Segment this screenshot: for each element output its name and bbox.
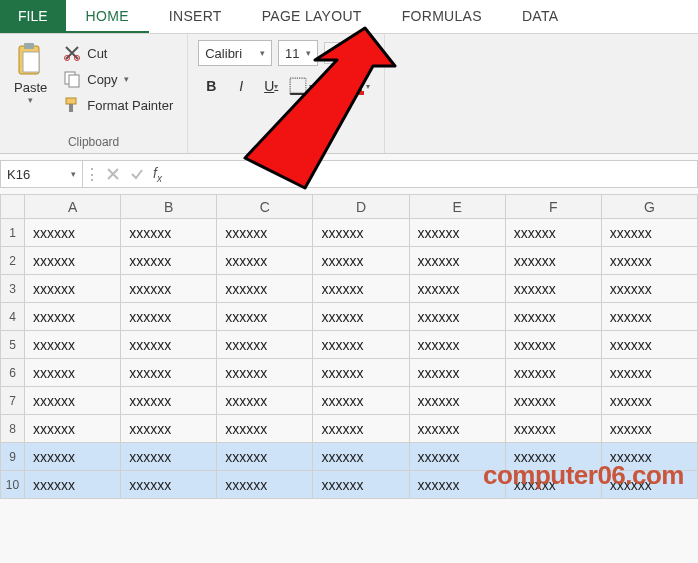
cell[interactable]: xxxxxx: [25, 359, 121, 387]
row-header[interactable]: 6: [1, 359, 25, 387]
border-button[interactable]: ▾: [288, 74, 314, 98]
select-all-corner[interactable]: [1, 195, 25, 219]
format-painter-button[interactable]: Format Painter: [59, 94, 177, 116]
cell[interactable]: xxxxxx: [409, 443, 505, 471]
cell[interactable]: xxxxxx: [409, 387, 505, 415]
column-header[interactable]: B: [121, 195, 217, 219]
shrink-font-button[interactable]: A▾: [352, 42, 374, 64]
file-tab[interactable]: FILE: [0, 0, 66, 33]
column-header[interactable]: A: [25, 195, 121, 219]
cell[interactable]: xxxxxx: [409, 471, 505, 499]
cell[interactable]: xxxxxx: [313, 415, 409, 443]
enter-formula-button[interactable]: [125, 161, 149, 187]
cell[interactable]: xxxxxx: [313, 359, 409, 387]
fx-button[interactable]: fx: [149, 165, 166, 184]
paste-button[interactable]: Paste ▾: [10, 40, 51, 116]
fill-color-button[interactable]: ▾: [318, 74, 344, 98]
cell[interactable]: xxxxxx: [313, 219, 409, 247]
cell[interactable]: xxxxxx: [313, 443, 409, 471]
cell[interactable]: xxxxxx: [505, 471, 601, 499]
column-header[interactable]: C: [217, 195, 313, 219]
cell[interactable]: xxxxxx: [601, 247, 697, 275]
cell[interactable]: xxxxxx: [217, 275, 313, 303]
cell[interactable]: xxxxxx: [409, 415, 505, 443]
cell[interactable]: xxxxxx: [217, 247, 313, 275]
cell[interactable]: xxxxxx: [505, 303, 601, 331]
column-header[interactable]: G: [601, 195, 697, 219]
grow-font-button[interactable]: A▴: [324, 42, 346, 64]
cell[interactable]: xxxxxx: [313, 275, 409, 303]
row-header[interactable]: 9: [1, 443, 25, 471]
cell[interactable]: xxxxxx: [121, 387, 217, 415]
cell[interactable]: xxxxxx: [601, 275, 697, 303]
cell[interactable]: xxxxxx: [313, 303, 409, 331]
row-header[interactable]: 4: [1, 303, 25, 331]
cell[interactable]: xxxxxx: [409, 219, 505, 247]
cell[interactable]: xxxxxx: [601, 387, 697, 415]
tab-home[interactable]: HOME: [66, 0, 149, 33]
cell[interactable]: xxxxxx: [217, 387, 313, 415]
cell[interactable]: xxxxxx: [121, 471, 217, 499]
column-header[interactable]: D: [313, 195, 409, 219]
cell[interactable]: xxxxxx: [505, 247, 601, 275]
cell[interactable]: xxxxxx: [25, 247, 121, 275]
cell[interactable]: xxxxxx: [601, 415, 697, 443]
cell[interactable]: xxxxxx: [217, 443, 313, 471]
row-header[interactable]: 1: [1, 219, 25, 247]
copy-button[interactable]: Copy ▾: [59, 68, 177, 90]
cell[interactable]: xxxxxx: [409, 359, 505, 387]
cell[interactable]: xxxxxx: [25, 471, 121, 499]
cell[interactable]: xxxxxx: [601, 303, 697, 331]
cell[interactable]: xxxxxx: [505, 415, 601, 443]
cancel-formula-button[interactable]: [101, 161, 125, 187]
cell[interactable]: xxxxxx: [601, 443, 697, 471]
row-header[interactable]: 2: [1, 247, 25, 275]
cell[interactable]: xxxxxx: [409, 331, 505, 359]
tab-page-layout[interactable]: PAGE LAYOUT: [242, 0, 382, 33]
tab-data[interactable]: DATA: [502, 0, 578, 33]
row-header[interactable]: 10: [1, 471, 25, 499]
name-box[interactable]: K16 ▾: [1, 161, 83, 187]
row-header[interactable]: 5: [1, 331, 25, 359]
cell[interactable]: xxxxxx: [25, 443, 121, 471]
cell[interactable]: xxxxxx: [601, 219, 697, 247]
cell[interactable]: xxxxxx: [25, 219, 121, 247]
cell[interactable]: xxxxxx: [601, 331, 697, 359]
cell[interactable]: xxxxxx: [601, 359, 697, 387]
column-header[interactable]: F: [505, 195, 601, 219]
cell[interactable]: xxxxxx: [505, 443, 601, 471]
cut-button[interactable]: Cut: [59, 42, 177, 64]
underline-button[interactable]: U ▾: [258, 74, 284, 98]
cell[interactable]: xxxxxx: [121, 303, 217, 331]
cell[interactable]: xxxxxx: [217, 471, 313, 499]
cell[interactable]: xxxxxx: [25, 275, 121, 303]
cell[interactable]: xxxxxx: [601, 471, 697, 499]
cell[interactable]: xxxxxx: [505, 359, 601, 387]
cell[interactable]: xxxxxx: [409, 247, 505, 275]
font-color-button[interactable]: A▾: [348, 74, 374, 98]
cell[interactable]: xxxxxx: [217, 359, 313, 387]
font-size-combo[interactable]: 11 ▾: [278, 40, 317, 66]
cell[interactable]: xxxxxx: [121, 415, 217, 443]
row-header[interactable]: 3: [1, 275, 25, 303]
cell[interactable]: xxxxxx: [217, 303, 313, 331]
cell[interactable]: xxxxxx: [25, 387, 121, 415]
cell[interactable]: xxxxxx: [121, 443, 217, 471]
cell[interactable]: xxxxxx: [121, 359, 217, 387]
cell[interactable]: xxxxxx: [25, 415, 121, 443]
column-header[interactable]: E: [409, 195, 505, 219]
cell[interactable]: xxxxxx: [25, 331, 121, 359]
tab-formulas[interactable]: FORMULAS: [382, 0, 502, 33]
cell[interactable]: xxxxxx: [25, 303, 121, 331]
cell[interactable]: xxxxxx: [313, 247, 409, 275]
cell[interactable]: xxxxxx: [121, 219, 217, 247]
cell[interactable]: xxxxxx: [505, 387, 601, 415]
cell[interactable]: xxxxxx: [217, 415, 313, 443]
row-header[interactable]: 7: [1, 387, 25, 415]
cell[interactable]: xxxxxx: [217, 331, 313, 359]
font-name-combo[interactable]: Calibri ▾: [198, 40, 272, 66]
bold-button[interactable]: B: [198, 74, 224, 98]
cell[interactable]: xxxxxx: [505, 331, 601, 359]
cell[interactable]: xxxxxx: [313, 471, 409, 499]
italic-button[interactable]: I: [228, 74, 254, 98]
